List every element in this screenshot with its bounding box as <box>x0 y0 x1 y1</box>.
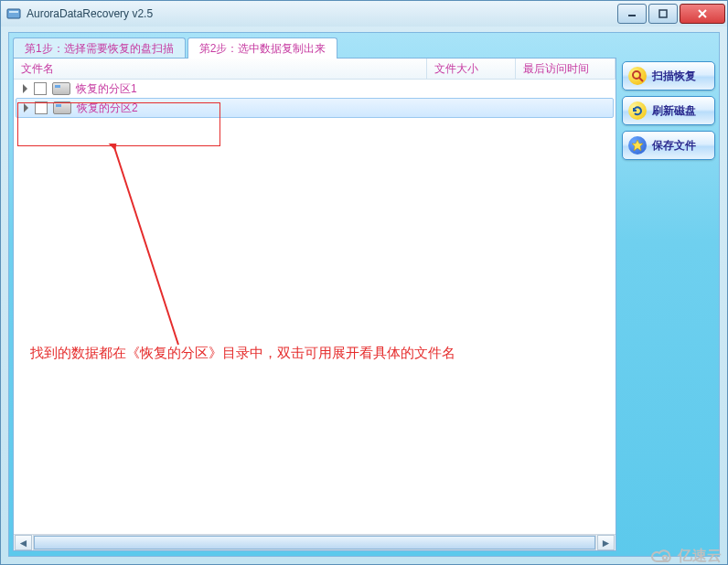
column-filename[interactable]: 文件名 <box>14 59 427 79</box>
expand-icon[interactable] <box>21 84 30 93</box>
svg-rect-3 <box>659 10 667 17</box>
svg-line-6 <box>114 147 178 345</box>
app-window: AuroraDataRecovery v2.5 第1步：选择需要恢复的盘扫描 第… <box>0 0 728 565</box>
drive-icon <box>52 82 70 95</box>
scroll-thumb[interactable] <box>34 536 595 549</box>
annotation-arrow <box>105 144 215 363</box>
column-lastaccess[interactable]: 最后访问时间 <box>516 59 616 79</box>
table-row[interactable]: 恢复的分区1 <box>14 80 616 98</box>
row-checkbox[interactable] <box>35 101 48 114</box>
app-icon <box>6 6 21 21</box>
maximize-button[interactable] <box>648 4 678 24</box>
magnifier-icon <box>628 67 647 85</box>
row-checkbox[interactable] <box>34 82 47 95</box>
save-file-button[interactable]: 保存文件 <box>622 131 715 160</box>
refresh-icon <box>628 101 647 120</box>
svg-point-10 <box>663 555 667 559</box>
minimize-button[interactable] <box>617 4 647 24</box>
horizontal-scrollbar[interactable]: ◄ ► <box>14 534 616 550</box>
annotation-text: 找到的数据都在《恢复的分区》目录中，双击可用展开看具体的文件名 <box>30 345 455 362</box>
svg-line-8 <box>639 78 643 81</box>
watermark: 亿速云 <box>650 547 722 565</box>
drive-icon <box>53 101 71 114</box>
svg-rect-1 <box>9 11 18 13</box>
refresh-disk-button[interactable]: 刷新磁盘 <box>622 96 715 125</box>
watermark-text: 亿速云 <box>678 547 722 565</box>
step-tabs: 第1步：选择需要恢复的盘扫描 第2步：选中数据复制出来 <box>13 37 715 59</box>
scroll-right-button[interactable]: ► <box>597 535 615 550</box>
star-icon <box>628 136 647 155</box>
side-buttons: 扫描恢复 刷新磁盘 保存文件 <box>616 58 715 551</box>
row-label: 恢复的分区2 <box>77 101 138 116</box>
file-panel: 文件名 文件大小 最后访问时间 恢复的分区1 <box>13 58 616 551</box>
scan-recover-button[interactable]: 扫描恢复 <box>622 61 715 91</box>
row-label: 恢复的分区1 <box>76 81 137 97</box>
tab-step2[interactable]: 第2步：选中数据复制出来 <box>187 37 338 59</box>
scroll-track[interactable] <box>33 535 596 550</box>
scroll-left-button[interactable]: ◄ <box>15 535 32 550</box>
titlebar[interactable]: AuroraDataRecovery v2.5 <box>1 1 727 27</box>
close-button[interactable] <box>680 4 725 24</box>
svg-marker-9 <box>632 140 643 151</box>
svg-rect-0 <box>7 9 20 18</box>
column-filesize[interactable]: 文件大小 <box>427 59 516 79</box>
scan-recover-label: 扫描恢复 <box>652 69 696 84</box>
tab-step1[interactable]: 第1步：选择需要恢复的盘扫描 <box>13 37 186 59</box>
save-file-label: 保存文件 <box>652 138 696 154</box>
column-headers: 文件名 文件大小 最后访问时间 <box>14 59 616 80</box>
svg-point-7 <box>633 71 640 79</box>
content-panel: 第1步：选择需要恢复的盘扫描 第2步：选中数据复制出来 文件名 文件大小 最后访… <box>8 32 720 557</box>
refresh-disk-label: 刷新磁盘 <box>652 103 696 119</box>
expand-icon[interactable] <box>22 103 31 112</box>
window-title: AuroraDataRecovery v2.5 <box>27 7 616 20</box>
watermark-icon <box>650 549 674 565</box>
file-rows: 恢复的分区1 恢复的分区2 找到的数据都 <box>14 80 616 534</box>
table-row[interactable]: 恢复的分区2 <box>16 98 614 118</box>
